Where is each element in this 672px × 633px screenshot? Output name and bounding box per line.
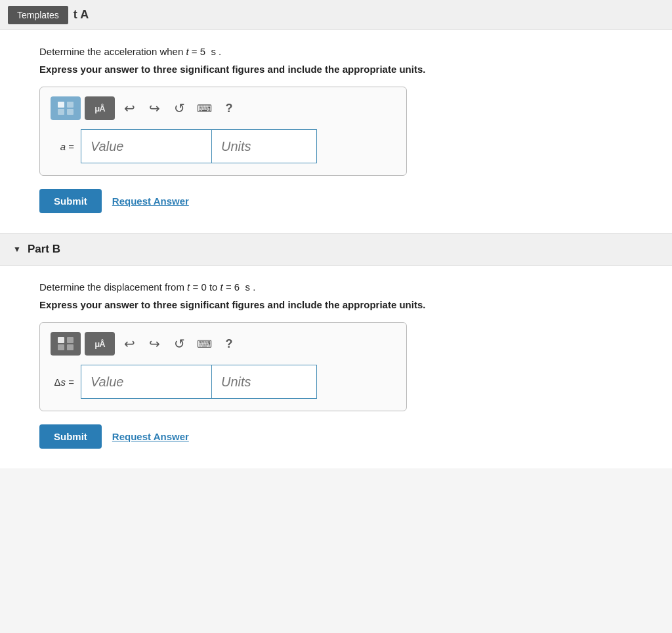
part-b-instruction: Express your answer to three significant…	[39, 299, 633, 310]
part-a-undo-button[interactable]: ↩	[119, 98, 140, 119]
part-b-section: Determine the displacement from t = 0 to…	[0, 266, 672, 468]
part-a-section: Determine the acceleration when t = 5 s …	[0, 30, 672, 233]
part-a-toolbar: μÅ ↩ ↪ ↺ ⌨ ?	[51, 96, 396, 120]
part-b-chevron-icon[interactable]: ▼	[13, 245, 21, 254]
part-a-submit-button[interactable]: Submit	[39, 189, 102, 213]
part-b-units-input[interactable]	[212, 365, 317, 399]
part-a-keyboard-button[interactable]: ⌨	[194, 98, 215, 119]
part-b-question: Determine the displacement from t = 0 to…	[39, 281, 633, 293]
top-bar: Templates t A	[0, 0, 672, 30]
part-a-instruction: Express your answer to three significant…	[39, 64, 633, 75]
part-b-refresh-button[interactable]: ↺	[169, 333, 190, 354]
part-b-body: Determine the displacement from t = 0 to…	[0, 266, 672, 468]
part-b-request-answer-button[interactable]: Request Answer	[112, 431, 189, 442]
part-b-toolbar: μÅ ↩ ↪ ↺ ⌨ ?	[51, 332, 396, 356]
part-b-action-row: Submit Request Answer	[39, 424, 633, 449]
part-a-refresh-button[interactable]: ↺	[169, 98, 190, 119]
templates-button[interactable]: Templates	[8, 6, 68, 24]
part-b-input-label: Δs =	[51, 377, 74, 388]
part-b-title: Part B	[28, 243, 60, 256]
part-a-redo-button[interactable]: ↪	[144, 98, 165, 119]
part-a-input-label: a =	[51, 141, 74, 152]
part-b-help-button[interactable]: ?	[219, 333, 240, 354]
part-b-input-row: Δs =	[51, 365, 396, 399]
part-a-value-input[interactable]	[81, 129, 212, 163]
part-a-units-input[interactable]	[212, 129, 317, 163]
part-b-answer-box: μÅ ↩ ↪ ↺ ⌨ ? Δs =	[39, 322, 407, 411]
part-a-request-answer-button[interactable]: Request Answer	[112, 195, 189, 207]
svg-rect-5	[67, 337, 74, 343]
part-b-undo-button[interactable]: ↩	[119, 333, 140, 354]
svg-rect-6	[58, 344, 64, 350]
part-a-input-row: a =	[51, 129, 396, 163]
part-b-submit-button[interactable]: Submit	[39, 424, 102, 449]
matrix-icon-b	[57, 337, 74, 351]
svg-rect-7	[67, 344, 74, 350]
part-b-keyboard-button[interactable]: ⌨	[194, 333, 215, 354]
svg-rect-2	[58, 109, 64, 115]
part-a-symbol-button[interactable]: μÅ	[85, 96, 115, 120]
part-b-matrix-button[interactable]	[51, 332, 81, 356]
part-b-symbol-button[interactable]: μÅ	[85, 332, 115, 356]
matrix-icon	[57, 101, 74, 115]
part-a-question: Determine the acceleration when t = 5 s …	[39, 46, 633, 57]
part-a-body: Determine the acceleration when t = 5 s …	[0, 30, 672, 233]
page-title: t A	[74, 8, 89, 22]
svg-rect-1	[67, 102, 74, 108]
part-a-answer-box: μÅ ↩ ↪ ↺ ⌨ ? a =	[39, 87, 407, 176]
part-a-help-button[interactable]: ?	[219, 98, 240, 119]
svg-rect-0	[58, 102, 64, 108]
part-a-matrix-button[interactable]	[51, 96, 81, 120]
part-b-header[interactable]: ▼ Part B	[0, 233, 672, 266]
part-b-value-input[interactable]	[81, 365, 212, 399]
part-a-action-row: Submit Request Answer	[39, 189, 633, 213]
svg-rect-4	[58, 337, 64, 343]
part-b-redo-button[interactable]: ↪	[144, 333, 165, 354]
svg-rect-3	[67, 109, 74, 115]
